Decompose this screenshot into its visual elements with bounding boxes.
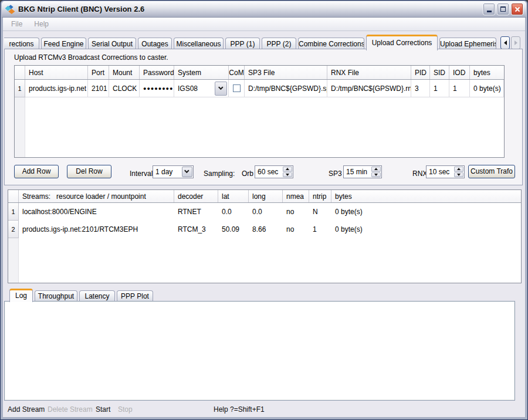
host-cell[interactable]: products.igs-ip.net xyxy=(25,80,88,97)
scroll-left-icon xyxy=(504,40,507,45)
interval-value: 1 day xyxy=(153,166,181,178)
orb-spin-up-button[interactable] xyxy=(283,167,292,172)
tab-serial-output[interactable]: Serial Output xyxy=(88,38,136,50)
tab-ppp-2[interactable]: PPP (2) xyxy=(262,38,296,50)
long-cell[interactable]: 8.66 xyxy=(249,221,283,238)
stream-row[interactable]: 1 localhost:8000/ENGINE RTNET 0.0 0.0 no… xyxy=(8,203,521,221)
rnx-spin-up-button[interactable] xyxy=(454,167,463,172)
col-com: CoM xyxy=(229,66,245,79)
orb-spinbox[interactable]: 60 sec xyxy=(255,165,293,178)
rnx-spin-down-button[interactable] xyxy=(454,172,463,178)
delete-stream-button[interactable]: Delete Stream xyxy=(48,405,93,414)
tab-upload-corrections[interactable]: Upload Corrections xyxy=(366,35,438,50)
chevron-down-icon xyxy=(218,84,223,89)
main-tabbar: rections Feed Engine Serial Output Outag… xyxy=(4,34,520,50)
spin-up-icon xyxy=(457,168,461,170)
tab-throughput[interactable]: Throughput xyxy=(35,290,77,302)
menu-file[interactable]: File xyxy=(5,20,28,28)
stop-button[interactable]: Stop xyxy=(118,405,133,414)
spin-down-icon xyxy=(286,174,289,176)
ntrip-cell[interactable]: 1 xyxy=(309,221,331,238)
row-header-strip xyxy=(8,238,19,283)
col-nmea: nmea xyxy=(283,190,309,202)
minimize-icon xyxy=(487,11,492,12)
tab-upload-ephemeris[interactable]: Upload Ephemeris xyxy=(439,38,496,50)
maximize-button[interactable] xyxy=(497,3,509,15)
start-button[interactable]: Start xyxy=(96,405,110,414)
close-button[interactable] xyxy=(511,3,523,15)
decoder-cell[interactable]: RTCM_3 xyxy=(174,221,218,238)
custom-trafo-button[interactable]: Custom Trafo xyxy=(468,165,515,178)
decoder-cell[interactable]: RTNET xyxy=(174,203,218,221)
spin-down-icon xyxy=(457,174,461,176)
upload-corrections-pane: Upload RTCMv3 Broadcast Corrections to c… xyxy=(4,49,523,185)
lat-cell[interactable]: 0.0 xyxy=(218,203,249,221)
corner-header-cell xyxy=(8,190,19,202)
col-long: long xyxy=(249,190,283,202)
system-dropdown-button[interactable] xyxy=(215,82,227,96)
col-lat: lat xyxy=(218,190,249,202)
rnx-file-cell[interactable]: D:/tmp/BNC${GPSWD}.rnx xyxy=(327,80,411,97)
nmea-cell[interactable]: no xyxy=(283,221,309,238)
system-cell[interactable]: IGS08 xyxy=(174,80,229,97)
upload-table-row: 1 products.igs-ip.net 2101 CLOCK ●●●●●●●… xyxy=(15,80,504,97)
add-row-button[interactable]: Add Row xyxy=(14,165,59,178)
minimize-button[interactable] xyxy=(483,3,495,15)
sp3-spin-down-button[interactable] xyxy=(371,172,381,178)
tab-miscellaneous[interactable]: Miscellaneous xyxy=(174,38,224,50)
long-cell[interactable]: 0.0 xyxy=(249,203,283,221)
col-bytes: bytes xyxy=(331,190,521,202)
bytes-cell: 0 byte(s) xyxy=(331,203,521,221)
mountpoint-cell[interactable]: localhost:8000/ENGINE xyxy=(19,203,174,221)
add-stream-button[interactable]: Add Stream xyxy=(8,405,45,414)
bytes-cell: 0 byte(s) xyxy=(331,221,521,238)
sp3-spin-up-button[interactable] xyxy=(371,167,381,172)
menu-help[interactable]: Help xyxy=(28,20,55,28)
mount-cell[interactable]: CLOCK xyxy=(109,80,140,97)
log-output-area[interactable] xyxy=(4,301,515,401)
spin-up-icon xyxy=(374,168,378,170)
com-cell xyxy=(229,80,245,97)
col-decoder: decoder xyxy=(174,190,218,202)
tab-scroll-left-button[interactable] xyxy=(500,36,510,49)
rnx-value: 10 sec xyxy=(427,166,453,178)
tab-outages[interactable]: Outages xyxy=(138,38,172,50)
stream-row[interactable]: 2 products.igs-ip.net:2101/RTCM3EPH RTCM… xyxy=(8,221,521,238)
tab-combine-corrections[interactable]: Combine Corrections xyxy=(298,38,364,50)
tab-log[interactable]: Log xyxy=(9,289,33,302)
tab-ppp-1[interactable]: PPP (1) xyxy=(225,38,260,50)
orb-spin-down-button[interactable] xyxy=(283,172,292,178)
lat-cell[interactable]: 50.09 xyxy=(218,221,249,238)
statusbar: Add Stream Delete Stream Start Stop Help… xyxy=(3,404,525,416)
iod-cell[interactable]: 1 xyxy=(449,80,470,97)
com-checkbox[interactable] xyxy=(233,84,241,92)
interval-combobox[interactable]: 1 day xyxy=(153,165,194,178)
interval-dropdown-button[interactable] xyxy=(182,167,192,177)
tab-scroll-right-button[interactable] xyxy=(511,36,520,49)
tab-latency[interactable]: Latency xyxy=(79,290,115,302)
menubar: File Help xyxy=(3,18,525,31)
tab-feed-engine[interactable]: Feed Engine xyxy=(41,38,86,50)
sp3-file-cell[interactable]: D:/tmp/BNC${GPSWD}.sp3 xyxy=(245,80,327,97)
corner-header-cell xyxy=(15,66,25,79)
close-icon xyxy=(515,6,520,12)
rnx-spinbox[interactable]: 10 sec xyxy=(426,165,465,178)
password-cell[interactable]: ●●●●●●●● xyxy=(140,80,174,97)
upload-table-empty-area xyxy=(15,97,504,157)
del-row-button[interactable]: Del Row xyxy=(67,165,111,178)
col-host: Host xyxy=(25,66,88,79)
col-streams-mountpoint: Streams: resource loader / mountpoint xyxy=(19,190,174,202)
orb-label: Orb xyxy=(242,167,253,180)
sid-cell[interactable]: 1 xyxy=(430,80,449,97)
port-cell[interactable]: 2101 xyxy=(88,80,109,97)
help-shortcut-label: Help ?=Shift+F1 xyxy=(214,405,265,414)
tab-corrections[interactable]: rections xyxy=(4,38,39,50)
rnx-label: RNX xyxy=(412,167,427,180)
mountpoint-cell[interactable]: products.igs-ip.net:2101/RTCM3EPH xyxy=(19,221,174,238)
pid-cell[interactable]: 3 xyxy=(411,80,430,97)
tab-ppp-plot[interactable]: PPP Plot xyxy=(117,290,153,302)
titlebar[interactable]: BKG Ntrip Client (BNC) Version 2.6 xyxy=(2,1,526,18)
ntrip-cell[interactable]: N xyxy=(309,203,331,221)
nmea-cell[interactable]: no xyxy=(283,203,309,221)
sp3-spinbox[interactable]: 15 min xyxy=(343,165,382,178)
